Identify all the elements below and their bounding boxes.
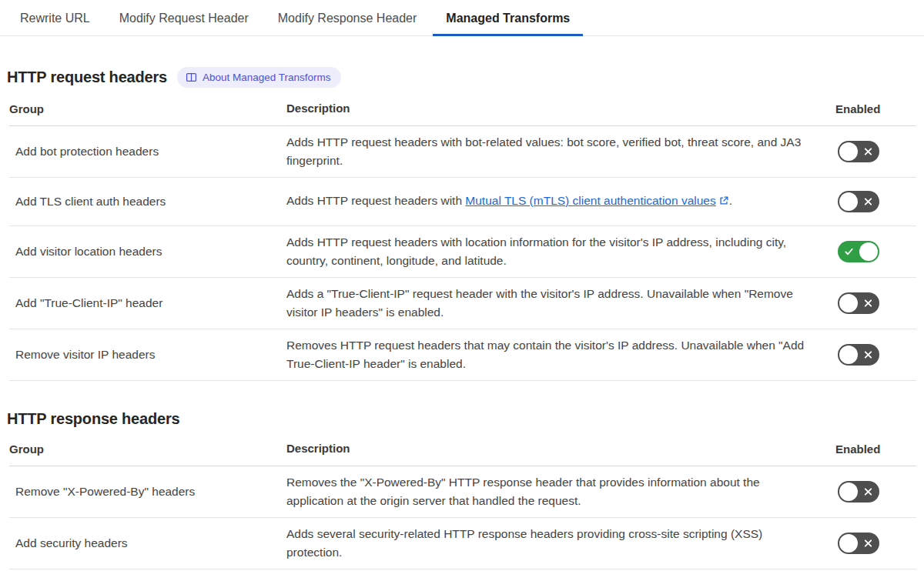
group-description: Adds a "True-Client-IP" request header w… [286,278,835,329]
check-icon [844,247,854,257]
description-text: Adds HTTP request headers with [286,194,465,207]
group-name: Add visitor location headers [9,237,286,266]
table-row: Remove "X-Powered-By" headers Removes th… [9,466,916,518]
toggle-knob [839,142,858,161]
group-name: Add "True-Client-IP" header [9,289,286,318]
enabled-toggle[interactable] [838,141,879,162]
group-description: Removes HTTP request headers that may co… [286,329,835,380]
x-icon [863,539,873,549]
enabled-toggle[interactable] [838,241,879,262]
column-header-group: Group [9,439,286,463]
table-header-row: Group Description Enabled [9,95,916,126]
x-icon [863,350,873,360]
enabled-toggle[interactable] [838,481,879,503]
group-name: Add security headers [9,529,286,558]
mtls-doc-link[interactable]: Mutual TLS (mTLS) client authentication … [465,194,715,207]
about-managed-transforms-label: About Managed Transforms [203,72,331,83]
toggle-knob [839,294,858,312]
toggle-knob [839,483,858,501]
book-icon [186,72,197,83]
enabled-toggle[interactable] [838,344,879,366]
table-row: Add visitor location headers Adds HTTP r… [9,226,916,278]
table-row: Remove visitor IP headers Removes HTTP r… [9,329,916,381]
group-description: Adds HTTP request headers with location … [286,226,835,277]
group-name: Add TLS client auth headers [9,187,286,216]
group-description: Adds HTTP request headers with bot-relat… [286,126,835,177]
table-row: Add TLS client auth headers Adds HTTP re… [9,178,916,226]
request-headers-section: HTTP request headers About Managed Trans… [0,67,924,381]
enabled-toggle[interactable] [838,292,879,314]
column-header-description: Description [286,95,835,125]
transform-rules-tab-bar: Rewrite URL Modify Request Header Modify… [0,0,924,36]
enabled-toggle[interactable] [838,533,879,554]
group-description: Adds several security-related HTTP respo… [286,518,835,569]
external-link-icon[interactable] [718,193,729,212]
column-header-enabled: Enabled [835,99,916,123]
tab-managed-transforms[interactable]: Managed Transforms [433,0,583,36]
toggle-knob [839,534,858,553]
table-row: Add bot protection headers Adds HTTP req… [9,126,916,178]
column-header-enabled: Enabled [835,439,916,463]
group-name: Add bot protection headers [9,137,286,166]
toggle-knob [839,192,858,211]
group-description: Removes the "X-Powered-By" HTTP response… [286,466,835,517]
response-headers-title: HTTP response headers [7,410,179,428]
group-name: Remove "X-Powered-By" headers [9,477,286,506]
x-icon [863,487,873,497]
table-row: Add security headers Adds several securi… [9,518,916,569]
group-description: Adds HTTP request headers with Mutual TL… [286,185,835,219]
tab-rewrite-url[interactable]: Rewrite URL [7,0,103,36]
response-headers-section: HTTP response headers Group Description … [0,410,924,569]
column-header-group: Group [9,99,286,123]
response-headers-table: Group Description Enabled Remove "X-Powe… [9,436,916,569]
request-headers-title: HTTP request headers [7,68,167,86]
request-headers-table: Group Description Enabled Add bot protec… [9,95,916,381]
about-managed-transforms-badge[interactable]: About Managed Transforms [177,67,341,88]
tab-modify-request-header[interactable]: Modify Request Header [106,0,262,36]
toggle-knob [839,346,858,364]
x-icon [863,299,873,309]
column-header-description: Description [286,436,835,466]
table-header-row: Group Description Enabled [9,436,916,466]
tab-modify-response-header[interactable]: Modify Response Header [265,0,430,36]
group-name: Remove visitor IP headers [9,340,286,369]
enabled-toggle[interactable] [838,191,879,212]
x-icon [863,147,873,157]
x-icon [863,197,873,207]
description-text: . [729,194,732,207]
table-row: Add "True-Client-IP" header Adds a "True… [9,278,916,329]
toggle-knob [859,242,878,261]
